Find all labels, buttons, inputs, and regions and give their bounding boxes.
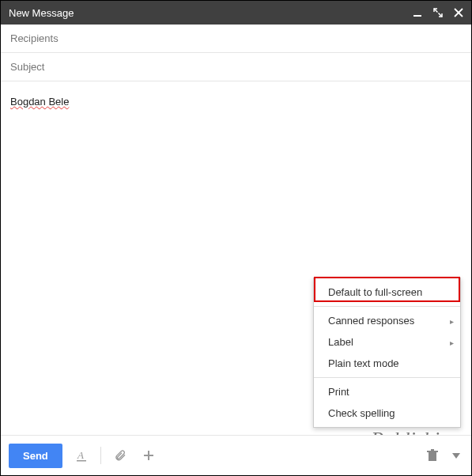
subject-field[interactable]: Subject [1, 53, 471, 81]
svg-rect-8 [427, 451, 438, 452]
menu-default-fullscreen-label: Default to full-screen [328, 286, 422, 298]
titlebar: New Message [1, 1, 471, 25]
menu-plain-text[interactable]: Plain text mode [314, 353, 460, 374]
close-icon[interactable] [454, 8, 463, 17]
titlebar-controls [413, 8, 463, 17]
menu-plain-text-label: Plain text mode [328, 357, 399, 369]
more-options-icon[interactable] [449, 448, 463, 463]
send-button[interactable]: Send [9, 444, 62, 468]
header-fields: Recipients Subject [1, 25, 471, 81]
more-options-menu: Default to full-screen Canned responses … [313, 278, 461, 428]
menu-canned-responses[interactable]: Canned responses ▸ [314, 310, 460, 331]
svg-rect-0 [413, 15, 421, 17]
minimize-icon[interactable] [413, 8, 422, 17]
compose-toolbar: Send A [1, 435, 471, 475]
svg-rect-9 [431, 449, 434, 451]
submenu-arrow-icon: ▸ [450, 316, 454, 325]
menu-print-label: Print [328, 386, 349, 398]
svg-text:A: A [77, 449, 84, 461]
menu-check-spelling[interactable]: Check spelling [314, 402, 460, 424]
body-text: Bogdan Bele [10, 96, 69, 108]
svg-rect-4 [77, 460, 86, 462]
svg-marker-10 [452, 453, 460, 459]
recipients-field[interactable]: Recipients [1, 25, 471, 53]
window-title: New Message [9, 7, 74, 19]
svg-rect-7 [429, 452, 436, 461]
fullscreen-icon[interactable] [433, 8, 443, 17]
menu-label[interactable]: Label ▸ [314, 331, 460, 353]
menu-label-label: Label [328, 336, 353, 348]
attachment-icon[interactable] [111, 446, 130, 465]
menu-default-fullscreen[interactable]: Default to full-screen [314, 281, 460, 303]
submenu-arrow-icon: ▸ [450, 338, 454, 346]
menu-separator [314, 306, 460, 307]
toolbar-divider [100, 447, 101, 464]
discard-icon[interactable] [424, 446, 441, 465]
toolbar-right [424, 446, 463, 465]
menu-canned-responses-label: Canned responses [328, 315, 414, 327]
menu-print[interactable]: Print [314, 381, 460, 402]
insert-icon[interactable] [139, 446, 158, 465]
menu-separator [314, 377, 460, 378]
menu-check-spelling-label: Check spelling [328, 407, 395, 419]
formatting-icon[interactable]: A [72, 446, 91, 465]
